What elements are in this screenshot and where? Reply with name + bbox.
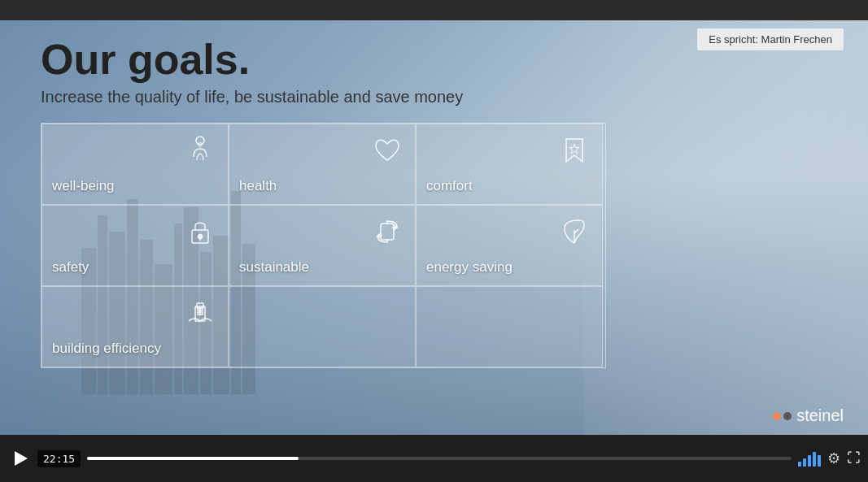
top-bar (0, 0, 868, 20)
vol-bar-1 (798, 462, 801, 467)
building-efficiency-icon (182, 295, 218, 331)
control-bar: 22:15 ⚙ ⛶ (0, 435, 868, 482)
slide-content: Our goals. Increase the quality of life,… (24, 20, 844, 376)
health-label: health (239, 178, 277, 194)
vol-bar-5 (818, 455, 821, 467)
fullscreen-icon[interactable]: ⛶ (847, 451, 860, 466)
comfort-label: comfort (426, 178, 473, 194)
well-being-label: well-being (52, 178, 115, 194)
slide-title: Our goals. (41, 37, 827, 83)
progress-fill (87, 457, 299, 460)
progress-bar[interactable] (87, 457, 792, 460)
svg-point-2 (198, 235, 203, 239)
svg-rect-10 (200, 308, 203, 310)
vol-bar-4 (813, 452, 816, 467)
video-frame: Es spricht: Martin Frechen Our goals. In… (0, 0, 868, 435)
volume-control[interactable] (798, 450, 821, 467)
sustainable-label: sustainable (239, 259, 309, 276)
steinel-text: steinel (796, 406, 844, 425)
comfort-icon (556, 132, 592, 168)
goal-cell-safety: safety (41, 205, 229, 286)
goal-cell-health: health (229, 124, 416, 205)
steinel-dot-dark (783, 412, 792, 420)
goal-cell-sustainable: sustainable (229, 205, 416, 286)
sustainable-icon (369, 214, 405, 250)
energy-saving-icon (556, 214, 592, 250)
slide-subtitle: Increase the quality of life, be sustain… (41, 88, 827, 106)
goal-cell-comfort: comfort (416, 124, 603, 205)
goals-grid: well-being health (41, 123, 606, 368)
goal-cell-energy-saving: energy saving (416, 205, 603, 286)
goal-cell-well-being: well-being (41, 124, 229, 205)
goal-cell-building-efficiency: building efficiency (41, 286, 229, 367)
vol-bar-3 (808, 455, 811, 467)
steinel-dot-orange (773, 412, 781, 420)
health-icon (369, 132, 405, 168)
goal-cell-empty-1 (229, 286, 416, 367)
play-button[interactable] (8, 447, 31, 470)
energy-saving-label: energy saving (426, 259, 513, 276)
goal-cell-empty-2 (416, 286, 603, 367)
svg-rect-8 (197, 303, 203, 308)
svg-rect-4 (381, 224, 394, 240)
vol-bar-2 (803, 458, 806, 467)
steinel-logo: steinel (773, 406, 844, 425)
settings-icon[interactable]: ⚙ (827, 449, 840, 467)
timestamp-badge: 22:15 (37, 450, 81, 467)
well-being-icon (182, 132, 218, 168)
safety-label: safety (52, 259, 89, 276)
play-icon (15, 451, 28, 466)
building-efficiency-label: building efficiency (52, 341, 161, 357)
safety-icon (182, 214, 218, 250)
video-container: Es spricht: Martin Frechen Our goals. In… (0, 0, 868, 482)
svg-rect-12 (200, 312, 203, 315)
